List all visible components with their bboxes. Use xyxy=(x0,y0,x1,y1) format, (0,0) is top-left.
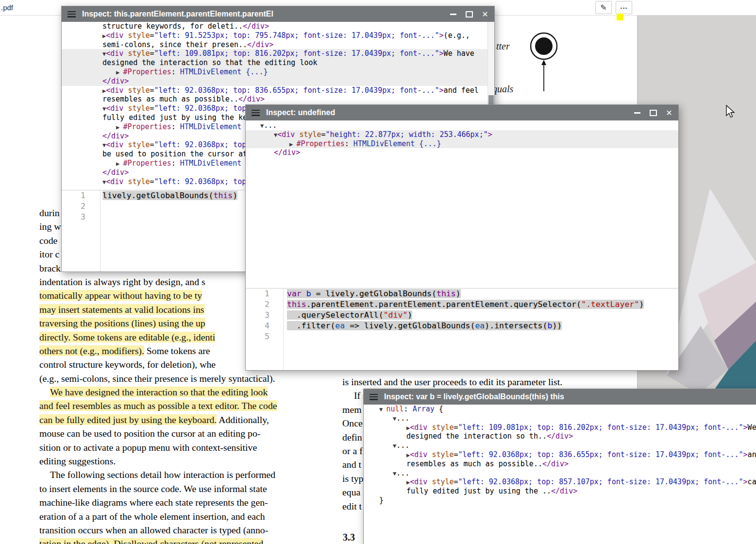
token: itor c xyxy=(39,249,59,259)
token: <div xyxy=(106,86,128,95)
token: ).intersects( xyxy=(485,321,547,330)
token: b xyxy=(547,321,552,330)
close-button[interactable]: ✕ xyxy=(665,108,673,117)
pdf-text-line: (e.g., semi-colons, since their presence… xyxy=(39,372,320,385)
token: <div xyxy=(106,104,128,113)
dom-tree-row[interactable]: resembles as much as possible..</div> xyxy=(364,459,756,469)
dom-tree-row[interactable]: ▼ null: Array { xyxy=(364,405,756,414)
dom-tree-row[interactable]: } xyxy=(364,496,756,505)
dom-tree-row[interactable]: ▼... xyxy=(246,121,678,130)
token: ▶ xyxy=(116,160,123,167)
dom-tree-row[interactable]: ▶<div style="left: 92.0368px; top: 836.6… xyxy=(62,86,494,95)
maximize-icon xyxy=(650,110,657,116)
dom-tree-row[interactable]: ▶<div style="left: 109.081px; top: 816.2… xyxy=(364,423,756,432)
dom-tree-row[interactable]: </div> xyxy=(246,148,678,157)
pdf-text-line: and feel resembles as much as possible a… xyxy=(39,399,320,412)
token: <div xyxy=(106,31,128,40)
code-line[interactable]: .querySelectorAll("div") xyxy=(246,310,678,321)
token xyxy=(302,289,306,298)
token: { xyxy=(435,405,443,413)
code-area[interactable]: var b = lively.getGlobalBounds(this)this… xyxy=(246,289,678,370)
dom-tree-row[interactable]: ▶<div style="left: 92.0368px; top: 836.6… xyxy=(364,450,756,459)
window-titlebar[interactable]: Inspect: var b = lively.getGlobalBounds(… xyxy=(364,389,756,405)
dom-tree-row[interactable]: </div> xyxy=(62,77,494,86)
dom-tree-row[interactable]: designed the interaction so that the edi… xyxy=(62,58,494,68)
pdf-text-line: eration of a a part of the whole element… xyxy=(39,510,320,523)
token: transition occurs when an allowed charac… xyxy=(39,525,268,535)
token: editing suggestions. xyxy=(39,456,116,466)
window-titlebar[interactable]: Inspect: this.parentElement.parentElemen… xyxy=(62,6,494,22)
line-number: 3 xyxy=(246,310,269,321)
more-options-button[interactable]: ... xyxy=(616,1,632,14)
token: and feel xyxy=(444,86,479,95)
dom-tree-row[interactable]: ▶<div style="left: 92.0368px; top: 857.1… xyxy=(364,477,756,487)
token: > xyxy=(488,130,492,139)
code-editor[interactable]: 12345 var b = lively.getGlobalBounds(thi… xyxy=(246,288,678,370)
window-menu-icon[interactable] xyxy=(252,110,260,116)
token: : xyxy=(171,68,180,76)
token: or a f xyxy=(342,445,363,456)
token: ... xyxy=(396,441,409,450)
token: HTMLDivElement {...} xyxy=(180,68,268,76)
maximize-button[interactable] xyxy=(649,108,657,117)
dom-tree-row[interactable]: structure keywords, for deleti..</div> xyxy=(62,22,494,31)
token: others not (e.g., modifiers). xyxy=(39,345,144,356)
token: resembles as much as possible.. xyxy=(406,459,542,468)
line-number: 1 xyxy=(62,190,85,201)
token: </div> xyxy=(274,148,300,157)
minimize-button[interactable] xyxy=(633,108,641,117)
token: style xyxy=(128,140,150,149)
dom-tree[interactable]: ▼ null: Array {▼...▶<div style="left: 10… xyxy=(364,405,756,544)
token: traversing the positions (lines) using t… xyxy=(39,318,205,328)
annotate-button[interactable]: ✎ xyxy=(595,1,612,14)
dom-tree-row[interactable]: ▼... xyxy=(364,469,756,478)
dom-tree-row[interactable]: ▼<div style="left: 109.081px; top: 816.2… xyxy=(62,49,494,58)
token: ) xyxy=(233,191,237,200)
window-menu-icon[interactable] xyxy=(67,11,76,17)
token: <div xyxy=(410,477,432,486)
token: style xyxy=(432,477,454,486)
token: </div> xyxy=(247,40,273,49)
window-titlebar[interactable]: Inspect: undefined ✕ xyxy=(246,105,678,120)
minimize-icon xyxy=(450,14,456,15)
dom-tree-row[interactable]: ▶ #Properties: HTMLDivElement {...} xyxy=(246,139,678,149)
token: can be xyxy=(748,477,756,486)
token: fully edited just by using the .. xyxy=(406,487,551,495)
token: <div xyxy=(106,49,128,58)
dom-tree-row[interactable]: ▼... xyxy=(364,414,756,423)
token: this xyxy=(287,300,306,309)
dom-tree-row[interactable]: ▶ #Properties: HTMLDivElement {...} xyxy=(62,68,494,77)
code-line[interactable] xyxy=(246,331,678,342)
pdf-text-line: can be fully edited just by using the ke… xyxy=(39,413,320,426)
window-menu-icon[interactable] xyxy=(370,394,378,400)
dom-tree-row[interactable]: semi-colons, since their presen..</div> xyxy=(62,40,494,50)
dom-tree-row[interactable]: ▼... xyxy=(364,441,756,450)
close-button[interactable]: ✕ xyxy=(481,10,489,18)
diagram-label-letter: tter xyxy=(496,41,510,52)
dom-tree-row[interactable]: ▶<div style="left: 91.5253px; top: 795.7… xyxy=(62,31,494,40)
token: to insert elements in the source code. W… xyxy=(39,483,267,494)
dom-tree[interactable]: ▼...▼<div style="height: 22.877px; width… xyxy=(246,120,678,289)
token: > xyxy=(743,450,748,459)
section-number: 3.3 xyxy=(343,532,355,543)
token: #Properties xyxy=(123,159,171,168)
pdf-text-line: tation in the edge). Disallowed characte… xyxy=(39,537,320,544)
code-line[interactable]: .filter(ea => lively.getGlobalBounds(ea)… xyxy=(246,321,678,331)
dom-tree-row[interactable]: fully edited just by using the ..</div> xyxy=(364,487,756,496)
token: mem xyxy=(342,404,362,415)
token: ing w xyxy=(39,221,61,232)
token: = xyxy=(454,450,458,459)
token: = xyxy=(150,86,154,95)
dom-tree-row[interactable]: resembles as much as possible..</div> xyxy=(62,95,494,104)
maximize-button[interactable] xyxy=(465,10,473,18)
code-line[interactable]: var b = lively.getGlobalBounds(this) xyxy=(246,289,678,299)
code-line[interactable]: this.parentElement.parentElement.parentE… xyxy=(246,299,678,310)
token: <div xyxy=(277,130,299,139)
dom-tree-row[interactable]: designed the interaction so th..</div> xyxy=(364,432,756,441)
minimize-button[interactable] xyxy=(449,10,457,18)
dom-tree-row[interactable]: ▼<div style="height: 22.877px; width: 25… xyxy=(246,130,678,139)
token: <div xyxy=(410,450,432,459)
token: = xyxy=(150,104,154,113)
yellow-annotation-marker xyxy=(617,14,623,20)
token: mouse can be used to position the cursor… xyxy=(39,428,260,439)
